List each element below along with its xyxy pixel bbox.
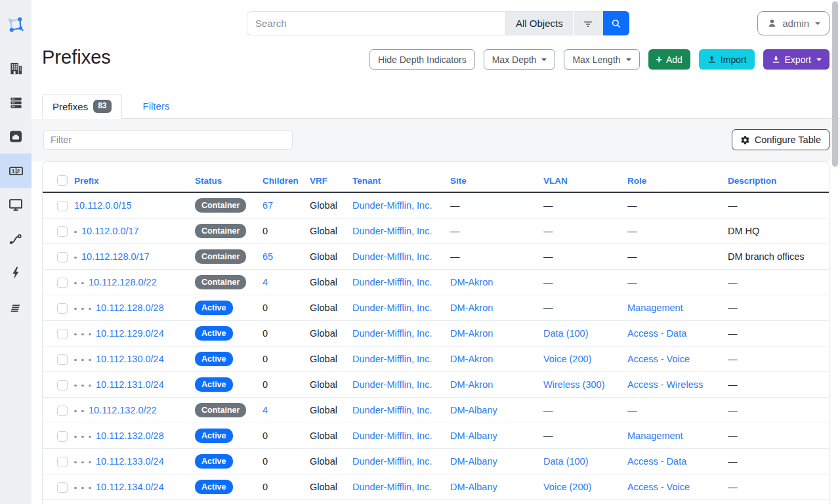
netbox-logo[interactable] xyxy=(0,8,32,42)
column-sort-link[interactable]: VRF xyxy=(310,176,327,186)
export-dropdown[interactable]: Export xyxy=(763,49,830,70)
site-link[interactable]: DM-Albany xyxy=(450,430,497,441)
sidebar-item-organization[interactable] xyxy=(0,51,32,85)
prefix-link[interactable]: 10.112.134.0/24 xyxy=(96,482,164,492)
select-all-checkbox[interactable] xyxy=(57,175,68,186)
children-count-link[interactable]: 65 xyxy=(262,251,273,262)
tab-prefixes[interactable]: Prefixes 83 xyxy=(42,94,122,119)
user-menu-button[interactable]: admin xyxy=(757,11,830,35)
site-link[interactable]: DM-Albany xyxy=(450,405,497,415)
configure-table-button[interactable]: Configure Table xyxy=(732,129,830,150)
search-input[interactable] xyxy=(247,11,505,35)
sidebar-item-devices[interactable] xyxy=(0,85,32,119)
row-checkbox[interactable] xyxy=(57,354,68,365)
prefix-link[interactable]: 10.112.132.0/22 xyxy=(89,405,157,415)
site-link[interactable]: DM-Albany xyxy=(450,456,497,467)
role-link[interactable]: Access - Data xyxy=(627,328,686,339)
children-count-link[interactable]: 4 xyxy=(262,405,268,415)
row-checkbox[interactable] xyxy=(57,329,68,339)
row-checkbox[interactable] xyxy=(57,252,68,262)
sidebar-item-ipam[interactable]: 1 2 xyxy=(0,154,32,188)
vlan-link[interactable]: Wireless (300) xyxy=(543,379,604,390)
prefix-link[interactable]: 10.112.131.0/24 xyxy=(96,379,164,390)
prefix-link[interactable]: 10.112.133.0/24 xyxy=(96,456,164,467)
tenant-link[interactable]: Dunder-Mifflin, Inc. xyxy=(352,226,432,236)
tenant-link[interactable]: Dunder-Mifflin, Inc. xyxy=(352,379,432,390)
prefix-link[interactable]: 10.112.0.0/17 xyxy=(81,226,139,236)
prefix-link[interactable]: 10.112.130.0/24 xyxy=(96,354,164,364)
role-link[interactable]: Management xyxy=(627,430,683,441)
row-checkbox[interactable] xyxy=(57,457,68,467)
column-header-tenant[interactable]: Tenant xyxy=(352,166,450,192)
row-checkbox[interactable] xyxy=(57,482,68,493)
vertical-scrollbar[interactable] xyxy=(832,1,838,167)
tenant-link[interactable]: Dunder-Mifflin, Inc. xyxy=(352,251,432,262)
site-link[interactable]: DM-Akron xyxy=(450,328,493,339)
max-depth-dropdown[interactable]: Max Depth xyxy=(484,49,556,70)
sidebar-item-power[interactable] xyxy=(0,256,32,290)
tenant-link[interactable]: Dunder-Mifflin, Inc. xyxy=(352,277,432,287)
tab-filters[interactable]: Filters xyxy=(133,93,180,118)
row-checkbox[interactable] xyxy=(57,201,68,211)
column-sort-link[interactable]: Prefix xyxy=(74,176,99,186)
site-link[interactable]: DM-Akron xyxy=(450,379,493,390)
search-submit-button[interactable] xyxy=(603,11,629,35)
site-link[interactable]: DM-Akron xyxy=(450,277,493,287)
children-count-link[interactable]: 4 xyxy=(262,277,268,287)
search-scope-button[interactable]: All Objects xyxy=(505,11,574,35)
row-checkbox[interactable] xyxy=(57,431,68,442)
column-header-prefix[interactable]: Prefix xyxy=(74,166,195,192)
tenant-link[interactable]: Dunder-Mifflin, Inc. xyxy=(352,482,432,492)
prefix-link[interactable]: 10.112.128.0/28 xyxy=(96,303,164,313)
hide-depth-indicators-button[interactable]: Hide Depth Indicators xyxy=(369,49,475,70)
vlan-link[interactable]: Data (100) xyxy=(543,456,589,467)
children-count-link[interactable]: 67 xyxy=(262,200,273,211)
tenant-link[interactable]: Dunder-Mifflin, Inc. xyxy=(352,200,432,211)
column-header-vrf[interactable]: VRF xyxy=(310,166,352,192)
import-button[interactable]: Import xyxy=(699,49,755,70)
tenant-link[interactable]: Dunder-Mifflin, Inc. xyxy=(352,303,432,313)
row-checkbox[interactable] xyxy=(57,303,68,314)
tenant-link[interactable]: Dunder-Mifflin, Inc. xyxy=(352,405,432,415)
site-link[interactable]: DM-Akron xyxy=(450,354,493,364)
vlan-link[interactable]: Voice (200) xyxy=(543,354,591,364)
sidebar-item-provisioning[interactable] xyxy=(0,290,32,324)
column-sort-link[interactable]: VLAN xyxy=(543,176,568,186)
column-sort-link[interactable]: Description xyxy=(728,176,776,186)
prefix-link[interactable]: 10.112.128.0/22 xyxy=(89,277,157,287)
column-header-status[interactable]: Status xyxy=(195,166,262,192)
column-sort-link[interactable]: Status xyxy=(195,176,222,186)
sidebar-item-connections[interactable] xyxy=(0,119,32,154)
role-link[interactable]: Access - Voice xyxy=(627,482,690,492)
tenant-link[interactable]: Dunder-Mifflin, Inc. xyxy=(352,430,432,441)
column-sort-link[interactable]: Children xyxy=(262,176,299,186)
row-checkbox[interactable] xyxy=(57,380,68,390)
site-link[interactable]: DM-Akron xyxy=(450,303,493,313)
prefix-link[interactable]: 10.112.128.0/17 xyxy=(81,251,150,262)
vlan-link[interactable]: Data (100) xyxy=(543,328,589,339)
role-link[interactable]: Access - Wireless xyxy=(627,379,703,390)
prefix-link[interactable]: 10.112.129.0/24 xyxy=(96,328,164,339)
row-checkbox[interactable] xyxy=(57,278,68,288)
sidebar-item-virtualization[interactable] xyxy=(0,188,32,222)
column-sort-link[interactable]: Role xyxy=(627,176,646,186)
max-length-dropdown[interactable]: Max Length xyxy=(564,49,639,70)
vlan-link[interactable]: Voice (200) xyxy=(543,482,591,492)
add-button[interactable]: + Add xyxy=(648,49,690,70)
role-link[interactable]: Access - Data xyxy=(627,456,686,467)
search-filter-button[interactable] xyxy=(574,11,603,35)
prefix-link[interactable]: 10.112.132.0/28 xyxy=(96,430,164,441)
column-sort-link[interactable]: Site xyxy=(450,176,467,186)
tenant-link[interactable]: Dunder-Mifflin, Inc. xyxy=(352,456,432,467)
quick-filter-input[interactable] xyxy=(43,130,293,150)
column-sort-link[interactable]: Tenant xyxy=(352,176,381,186)
site-link[interactable]: DM-Albany xyxy=(450,482,497,492)
tenant-link[interactable]: Dunder-Mifflin, Inc. xyxy=(352,328,432,339)
column-header-role[interactable]: Role xyxy=(627,166,728,192)
role-link[interactable]: Access - Voice xyxy=(627,354,690,364)
sidebar-item-circuits[interactable] xyxy=(0,222,32,256)
column-header-site[interactable]: Site xyxy=(450,166,543,192)
tenant-link[interactable]: Dunder-Mifflin, Inc. xyxy=(352,354,432,364)
column-header-children[interactable]: Children xyxy=(262,166,310,192)
role-link[interactable]: Management xyxy=(627,303,683,313)
